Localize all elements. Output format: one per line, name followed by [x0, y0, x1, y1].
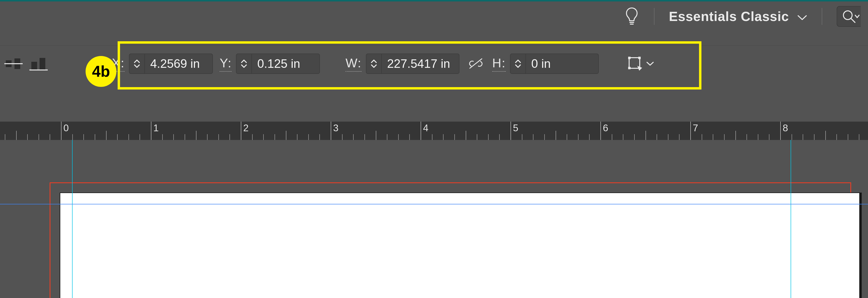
y-stepper[interactable]: [236, 54, 320, 74]
ruler-tick-minor: [252, 134, 253, 140]
ruler-tick-minor: [140, 134, 140, 140]
ruler-tick-minor: [376, 131, 376, 140]
x-field-group: X:: [112, 54, 213, 74]
ruler-tick-minor: [825, 131, 826, 140]
ruler-tick-minor: [488, 134, 489, 140]
ruler-tick-minor: [578, 134, 579, 140]
ruler-tick-minor: [612, 134, 612, 140]
ruler-tick-minor: [522, 134, 522, 140]
w-field-group: W:: [345, 54, 459, 74]
h-stepper[interactable]: [510, 54, 599, 74]
ruler-tick-major: [421, 121, 421, 140]
ruler-number: 1: [153, 123, 159, 133]
ruler-tick-minor: [702, 134, 702, 140]
stepper-arrows[interactable]: [366, 54, 382, 73]
ruler-tick-minor: [814, 134, 814, 140]
ruler-tick-minor: [724, 134, 724, 140]
x-input[interactable]: [145, 54, 212, 73]
ruler-tick-minor: [173, 134, 174, 140]
ruler-tick-major: [61, 121, 61, 140]
document-canvas[interactable]: [0, 140, 868, 298]
vertical-guide[interactable]: [790, 140, 791, 298]
annotation-callout: 4b: [86, 56, 117, 87]
stepper-arrows[interactable]: [510, 54, 526, 73]
ruler-tick-minor: [27, 134, 28, 140]
ruler-tick-minor: [72, 134, 73, 140]
h-input[interactable]: [526, 54, 598, 73]
ruler-number: 7: [693, 123, 698, 133]
ruler-tick-minor: [398, 134, 399, 140]
ruler-tick-major: [241, 121, 241, 140]
svg-rect-7: [31, 62, 37, 70]
ruler-tick-minor: [106, 131, 106, 140]
ruler-number: 8: [783, 123, 788, 133]
align-horizontal-center-icon[interactable]: [4, 55, 23, 73]
search-button[interactable]: [837, 6, 861, 27]
x-stepper[interactable]: [129, 54, 213, 74]
stepper-arrows[interactable]: [129, 54, 145, 73]
workspace-label: Essentials Classic: [669, 9, 789, 24]
ruler-tick-minor: [713, 134, 713, 140]
page[interactable]: [60, 193, 860, 298]
w-stepper[interactable]: [366, 54, 459, 74]
ruler-tick-minor: [297, 134, 298, 140]
y-input[interactable]: [252, 54, 319, 73]
ruler-tick-minor: [185, 134, 185, 140]
vertical-guide[interactable]: [72, 140, 72, 298]
h-label: H:: [492, 56, 506, 72]
stepper-arrows[interactable]: [237, 54, 252, 73]
ruler-tick-minor: [286, 131, 286, 140]
svg-rect-8: [39, 58, 45, 70]
w-label: W:: [345, 56, 362, 72]
ruler-tick-minor: [544, 134, 545, 140]
divider: [654, 8, 654, 25]
ruler-tick-major: [690, 121, 691, 140]
ruler-tick-major: [780, 121, 781, 140]
w-input[interactable]: [382, 54, 459, 73]
ruler-tick-minor: [454, 134, 455, 140]
svg-rect-13: [638, 57, 641, 59]
ruler-tick-minor: [646, 131, 646, 140]
ruler-tick-minor: [196, 131, 196, 140]
ruler-tick-minor: [50, 134, 50, 140]
ruler-tick-minor: [128, 134, 129, 140]
ruler-tick-minor: [263, 134, 264, 140]
application-topbar: Essentials Classic: [0, 0, 868, 31]
ruler-tick-minor: [229, 134, 230, 140]
horizontal-ruler[interactable]: 0123456789: [0, 121, 868, 140]
ruler-tick-minor: [769, 134, 769, 140]
ruler-tick-major: [331, 121, 331, 140]
ruler-tick-minor: [556, 131, 556, 140]
align-bottom-icon[interactable]: [29, 55, 48, 73]
ruler-number: 2: [243, 123, 249, 133]
ruler-tick-minor: [218, 134, 219, 140]
bounding-box-icon[interactable]: [627, 55, 654, 72]
ruler-tick-minor: [803, 134, 803, 140]
ruler-tick-minor: [758, 134, 758, 140]
horizontal-guide[interactable]: [0, 204, 868, 205]
ruler-tick-minor: [567, 134, 567, 140]
ruler-tick-minor: [848, 134, 848, 140]
ruler-tick-minor: [365, 134, 365, 140]
ruler-tick-minor: [477, 134, 477, 140]
svg-rect-12: [628, 57, 630, 59]
ruler-tick-minor: [736, 131, 736, 140]
ruler-tick-minor: [623, 134, 623, 140]
ruler-tick-minor: [5, 134, 5, 140]
callout-label: 4b: [92, 62, 110, 80]
ruler-tick-minor: [275, 134, 275, 140]
ruler-tick-minor: [319, 134, 320, 140]
svg-line-10: [470, 59, 482, 68]
unlink-constrain-icon[interactable]: [468, 56, 484, 72]
options-bar: X: Y: W:: [0, 45, 868, 82]
tips-icon[interactable]: [624, 6, 640, 26]
y-label: Y:: [220, 56, 231, 72]
ruler-tick-major: [510, 121, 511, 140]
ruler-tick-minor: [746, 134, 747, 140]
ruler-number: 6: [603, 123, 608, 133]
workspace-switcher[interactable]: Essentials Classic: [669, 9, 807, 24]
ruler-tick-minor: [589, 134, 590, 140]
ruler-tick-minor: [95, 134, 95, 140]
ruler-tick-minor: [792, 134, 792, 140]
h-field-group: H:: [492, 54, 599, 74]
